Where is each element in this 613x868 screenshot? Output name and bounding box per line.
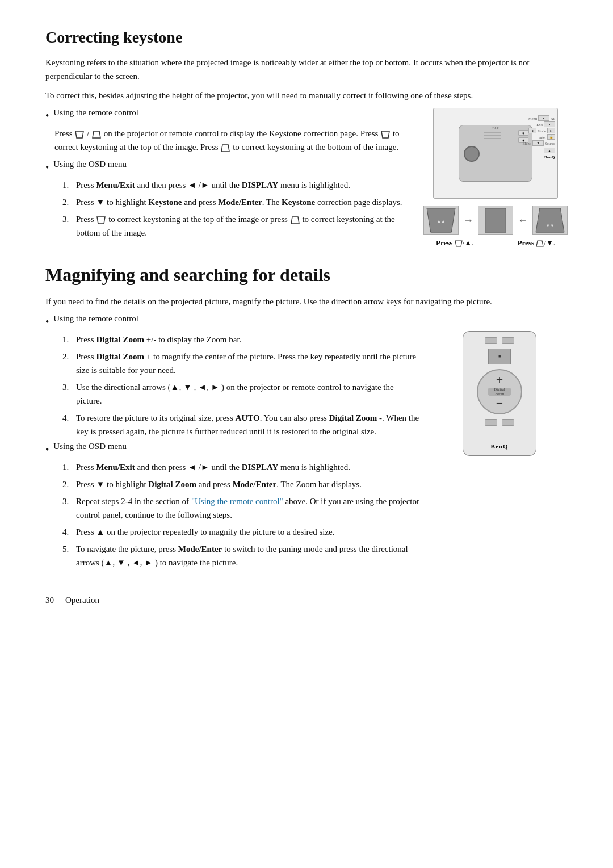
magnifying-osd-steps: 1. Press Menu/Exit and then press ◄ /► u… [62, 460, 420, 569]
remote-bottom-btns [468, 419, 531, 426]
intro-para-2: To correct this, besides adjusting the h… [45, 89, 568, 102]
mag-num-2: 2. [62, 350, 76, 377]
mag-step-1-text: Press Digital Zoom +/- to display the Zo… [76, 333, 420, 346]
bullet-osd-label: Using the OSD menu [53, 160, 127, 169]
bullet-dot-2: • [45, 161, 49, 175]
mag-step-2-text: Press Digital Zoom + to magnify the cent… [76, 350, 420, 377]
mag-osd-num-2: 2. [62, 477, 76, 491]
mag-num-1: 1. [62, 333, 76, 346]
bullet-dot-1: • [45, 109, 49, 123]
mag-bullet-dot-1: • [45, 315, 49, 329]
step-2-text: Press ▼ to highlight Keystone and press … [76, 195, 412, 209]
remote-center-bar: DigitalZoom [488, 388, 511, 396]
remote-top-btns [468, 337, 531, 344]
mag-osd-4: 4. Press ▲ on the projector repeatedly t… [62, 525, 420, 539]
page-footer: 30 Operation [45, 596, 568, 605]
mag-osd-num-3: 3. [62, 494, 76, 522]
press-trapezoid-2 [536, 240, 544, 247]
remote-btn-c [485, 419, 497, 426]
mag-num-4: 4. [62, 411, 76, 438]
mag-osd-num-4: 4. [62, 525, 76, 539]
svg-marker-4 [97, 217, 105, 224]
mag-osd-4-text: Press ▲ on the projector repeatedly to m… [76, 525, 420, 539]
remote-control-diagram: ■ + DigitalZoom − BenQ [463, 331, 536, 456]
keystone-step-1: 1. Press Menu/Exit and then press ◄ /► u… [62, 178, 412, 192]
remote-btn-a [485, 337, 497, 344]
mag-step-4-text: To restore the picture to its original s… [76, 411, 420, 438]
using-remote-link[interactable]: "Using the remote control" [191, 497, 283, 506]
trapezoid-step3-icon [96, 216, 106, 225]
keystone-image-row: ▲▲ → ← ▼▼ [423, 206, 568, 235]
mag-step-4: 4. To restore the picture to its origina… [62, 411, 420, 438]
dlp-label: DLP [492, 127, 498, 130]
magnifying-section: Magnifying and searching for details If … [45, 265, 568, 573]
intro-para-1: Keystoning refers to the situation where… [45, 56, 568, 83]
magnifying-two-col: • Using the remote control 1. Press Digi… [45, 314, 568, 573]
step-num-2: 2. [62, 195, 76, 209]
projector-diagram: ◉ ◉ DLP Menu ▲ Au Exit ▼ [433, 108, 558, 199]
mag-osd-3: 3. Repeat steps 2-4 in the section of "U… [62, 494, 420, 522]
correcting-keystone-title: Correcting keystone [45, 28, 568, 47]
mag-osd-num-1: 1. [62, 460, 76, 474]
keystone-diagrams-col: ◉ ◉ DLP Menu ▲ Au Exit ▼ [423, 108, 568, 248]
magnifying-text-col: • Using the remote control 1. Press Digi… [45, 314, 420, 573]
trapezoid-up-icon2 [220, 144, 230, 153]
press-label-1: Press /▲. [436, 238, 473, 248]
mag-num-3: 3. [62, 380, 76, 408]
remote-diagram-col: ■ + DigitalZoom − BenQ [431, 331, 568, 456]
benq-label: BenQ [491, 443, 509, 450]
correcting-keystone-section: Correcting keystone Keystoning refers to… [45, 28, 568, 248]
trapezoid-up-icon [91, 130, 102, 139]
press-trapezoid-1 [455, 240, 463, 247]
step-num-3: 3. [62, 212, 76, 240]
mag-bullet-osd: • Using the OSD menu [45, 442, 420, 457]
keystone-step-2: 2. Press ▼ to highlight Keystone and pre… [62, 195, 412, 209]
bullet-remote-control: • Using the remote control [45, 108, 412, 123]
mag-bullet-remote-label: Using the remote control [53, 314, 138, 324]
mag-step-2: 2. Press Digital Zoom + to magnify the c… [62, 350, 420, 377]
remote-btn-b [502, 337, 514, 344]
keystone-steps: 1. Press Menu/Exit and then press ◄ /► u… [62, 178, 412, 240]
svg-marker-5 [291, 217, 299, 224]
remote-btn-d [502, 419, 514, 426]
mag-bullet-osd-label: Using the OSD menu [53, 442, 127, 451]
svg-marker-1 [93, 131, 100, 138]
mag-osd-5-text: To navigate the picture, press Mode/Ente… [76, 542, 420, 569]
mag-osd-2-text: Press ▼ to highlight Digital Zoom and pr… [76, 477, 420, 491]
mag-step-3: 3. Use the directional arrows (▲, ▼ , ◄,… [62, 380, 420, 408]
mag-osd-1: 1. Press Menu/Exit and then press ◄ /► u… [62, 460, 420, 474]
svg-marker-0 [75, 131, 83, 138]
arrow-right-icon: → [463, 215, 473, 227]
keystone-step-3: 3. Press to correct keystoning at the to… [62, 212, 412, 240]
remote-plus-btn: + [496, 374, 503, 386]
remote-minus-btn: − [496, 397, 503, 410]
mag-osd-5: 5. To navigate the picture, press Mode/E… [62, 542, 420, 569]
mag-step-3-text: Use the directional arrows (▲, ▼ , ◄, ► … [76, 380, 420, 408]
step-3-text: Press to correct keystoning at the top o… [76, 212, 412, 240]
mag-bullet-remote: • Using the remote control [45, 314, 420, 329]
keystone-normal-img [478, 206, 513, 235]
step-1-text: Press Menu/Exit and then press ◄ /► unti… [76, 178, 412, 192]
magnifying-remote-steps: 1. Press Digital Zoom +/- to display the… [62, 333, 420, 438]
mag-osd-3-text: Repeat steps 2-4 in the section of "Usin… [76, 494, 420, 522]
press-remote-para: Press / on the projector or remote contr… [54, 127, 412, 154]
svg-marker-2 [381, 131, 389, 138]
svg-marker-9 [536, 208, 564, 232]
svg-marker-3 [221, 145, 229, 152]
magnifying-intro: If you need to find the details on the p… [45, 295, 568, 308]
press-labels-row: Press /▲. Press /▼. [436, 238, 555, 248]
remote-screen-icon: ■ [488, 349, 511, 364]
mag-osd-1-text: Press Menu/Exit and then press ◄ /► unti… [76, 460, 420, 474]
arrow-left-icon: ← [518, 215, 528, 227]
svg-text:▼▼: ▼▼ [545, 223, 554, 228]
svg-marker-11 [455, 241, 462, 246]
press-label-2: Press /▼. [518, 238, 555, 248]
mag-bullet-dot-2: • [45, 443, 49, 457]
page-label: Operation [65, 596, 99, 605]
keystone-correction-diagrams: ▲▲ → ← ▼▼ [423, 206, 568, 248]
projector-grill [484, 132, 501, 139]
bullet-osd-menu: • Using the OSD menu [45, 160, 412, 175]
keystone-two-col: • Using the remote control Press / on th… [45, 108, 568, 248]
svg-marker-8 [485, 208, 506, 232]
svg-text:▲▲: ▲▲ [436, 219, 445, 224]
